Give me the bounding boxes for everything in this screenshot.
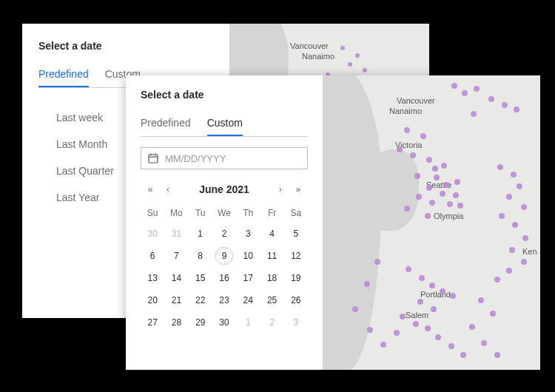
calendar-day[interactable]: 29 [189,311,212,334]
data-point [506,194,512,200]
panel-title: Select a date [141,89,308,101]
calendar-month-label: June 2021 [199,183,249,195]
city-label: Vancouver [397,96,435,105]
data-point [522,235,528,241]
calendar-dow: Th [236,203,260,223]
calendar-day[interactable]: 17 [236,267,260,289]
calendar-day[interactable]: 11 [260,245,283,267]
prev-month-button[interactable]: ‹ [160,181,176,197]
calendar-day[interactable]: 18 [260,267,283,289]
data-point [425,325,431,331]
data-point [340,46,345,50]
data-point [454,179,460,185]
svg-rect-0 [149,155,158,163]
data-point [471,111,477,117]
calendar-day[interactable]: 23 [212,289,236,311]
data-point [514,107,519,112]
calendar-dow: Mo [164,203,188,223]
next-year-button[interactable]: » [290,181,306,197]
prev-year-button[interactable]: « [142,181,158,197]
calendar-day[interactable]: 31 [164,223,188,245]
data-point [448,343,454,349]
city-label: Olympia [434,212,463,220]
data-point [440,288,445,294]
calendar-day[interactable]: 24 [236,289,260,311]
city-label: Salem [406,311,428,320]
data-point [444,182,450,188]
data-point [406,266,411,272]
data-point [509,247,515,253]
calendar-day[interactable]: 9 [212,245,236,267]
calendar-day[interactable]: 21 [164,289,188,311]
date-field[interactable] [165,153,301,164]
data-point [352,306,358,312]
calendar-day[interactable]: 15 [189,267,212,289]
data-point [494,277,500,283]
calendar-day[interactable]: 3 [236,223,260,245]
data-point [450,293,456,299]
data-point [502,102,508,108]
data-point [425,213,431,219]
calendar-day[interactable]: 5 [284,223,308,245]
calendar-day[interactable]: 2 [260,311,283,334]
calendar-day[interactable]: 26 [284,289,308,311]
data-point [394,330,400,336]
city-label: Nanaimo [302,52,334,61]
city-label: Ken [522,247,537,256]
data-point [460,352,466,358]
date-input[interactable] [141,147,308,169]
data-point [435,334,441,340]
calendar-day[interactable]: 25 [260,289,283,311]
city-label: Portland [420,290,451,299]
city-label: Nanaimo [389,107,422,115]
data-point [451,83,457,89]
calendar-day[interactable]: 27 [141,311,164,334]
data-point [440,191,445,197]
calendar-day[interactable]: 4 [260,223,283,245]
data-point [367,327,373,333]
data-point [441,163,447,169]
data-point [469,324,475,330]
tab-predefined[interactable]: Predefined [141,112,191,136]
calendar-day[interactable]: 16 [212,267,236,289]
data-point [355,53,360,58]
calendar-day[interactable]: 12 [284,245,308,267]
calendar-day[interactable]: 30 [141,223,164,245]
data-point [426,185,432,191]
map-front[interactable]: VancouverNanaimoVictoriaSeattleOlympiaPo… [323,75,540,370]
custom-sidebar: Select a date Predefined Custom « ‹ June… [126,75,323,370]
calendar-day[interactable]: 28 [164,311,188,334]
tab-predefined[interactable]: Predefined [38,64,89,87]
data-point [413,321,419,327]
data-point [420,133,426,139]
data-point [404,127,410,133]
data-point [521,204,527,210]
calendar-day[interactable]: 20 [141,289,164,311]
calendar-day[interactable]: 13 [141,267,164,289]
calendar-day[interactable]: 10 [236,245,260,267]
calendar-day[interactable]: 2 [212,223,236,245]
data-point [414,173,420,179]
calendar-day[interactable]: 1 [236,311,260,334]
calendar-dow: We [212,203,236,223]
data-point [512,222,518,228]
data-point [511,172,517,178]
calendar-day[interactable]: 3 [284,311,308,334]
calendar-day[interactable]: 8 [189,245,212,267]
data-point [481,340,487,346]
calendar-day[interactable]: 14 [164,267,188,289]
tab-custom[interactable]: Custom [207,112,243,136]
calendar-day[interactable]: 6 [141,245,164,267]
calendar-day[interactable]: 19 [284,267,308,289]
data-point [497,164,503,170]
calendar-day[interactable]: 7 [164,245,188,267]
calendar-day[interactable]: 22 [189,289,212,311]
data-point [363,68,367,72]
calendar-dow: Tu [189,203,212,223]
calendar-day[interactable]: 30 [212,311,236,334]
calendar-day[interactable]: 1 [189,223,212,245]
city-label: Vancouver [290,41,329,50]
data-point [490,311,496,317]
data-point [429,200,435,206]
next-month-button[interactable]: › [272,181,289,197]
